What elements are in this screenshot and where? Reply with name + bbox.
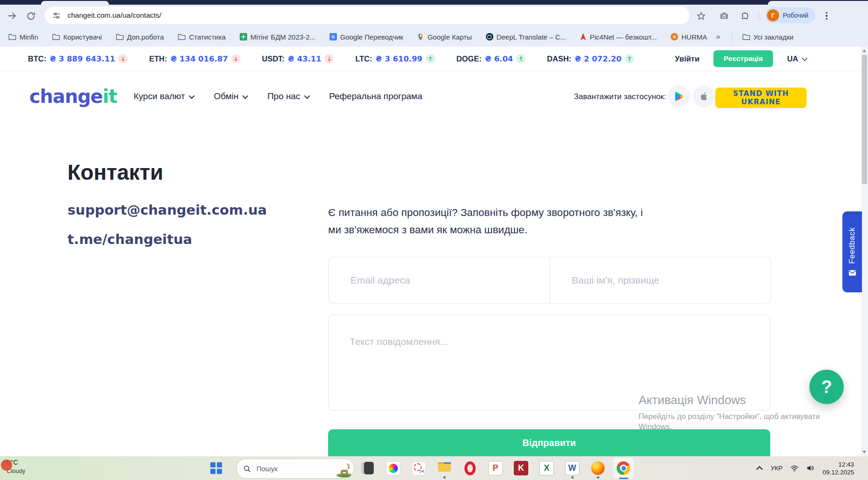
taskbar-weather-widget[interactable]: 6°C Cloudy — [7, 458, 25, 474]
google-play-button[interactable] — [668, 85, 690, 108]
ticker-item-btc[interactable]: BTC: ₴ 3 889 643.11 — [28, 54, 128, 63]
taskbar-icon-powerpoint[interactable]: P — [483, 456, 508, 480]
browser-menu-button[interactable] — [820, 9, 833, 22]
taskbar-icon-excel[interactable]: X — [534, 456, 559, 480]
star-icon — [696, 11, 706, 21]
deepl-icon — [486, 33, 493, 41]
taskbar-icon-red-app[interactable]: K — [508, 456, 534, 480]
message-textarea[interactable] — [328, 315, 770, 411]
weather-icon — [1, 460, 12, 471]
browser-tab-active[interactable] — [768, 1, 868, 5]
bookmarks-overflow-button[interactable]: » — [716, 32, 720, 41]
feedback-label: Feedback — [848, 227, 857, 264]
taskbar-icon-file-explorer[interactable] — [431, 456, 457, 480]
bookmark-hurma[interactable]: ✕ HURMA — [671, 33, 707, 41]
bookmark-google-translate[interactable]: G Google Переводчик — [330, 33, 404, 41]
bookmark-label: Доп.робота — [127, 33, 164, 41]
taskbar-icon-chrome-active[interactable] — [611, 456, 636, 480]
stand-with-ukraine-button[interactable]: STAND WITH UKRAINE — [715, 88, 807, 108]
nav-item-exchange[interactable]: Обмін — [214, 91, 247, 101]
site-info-icon[interactable] — [52, 11, 61, 20]
taskbar-icon-opera[interactable] — [457, 456, 483, 480]
profile-chip[interactable]: Г Робочий — [765, 7, 815, 23]
bookmark-label: Pic4Net — безкошт... — [590, 33, 657, 41]
bookmark-deepl[interactable]: DeepL Translate – C... — [486, 33, 566, 41]
folder-icon — [116, 34, 124, 41]
browser-tab[interactable] — [41, 1, 109, 5]
taskbar-search-box[interactable]: Пошук — [236, 459, 354, 479]
intro-line-2: ми зв'яжемося з вами як можна швидше. — [328, 221, 643, 238]
all-bookmarks-button[interactable]: Усі закладки — [742, 33, 794, 41]
url-text[interactable]: changeit.com.ua/ua/contacts/ — [67, 11, 161, 20]
profile-name: Робочий — [783, 12, 808, 19]
bookmarks-bar: Minfin Користувачі Доп.робота Статистика… — [0, 27, 868, 47]
taskbar-icon-adobe-creative-cloud[interactable] — [380, 456, 406, 480]
language-code: UA — [787, 54, 798, 63]
ticker-label: BTC: — [28, 54, 46, 63]
address-bar[interactable]: changeit.com.ua/ua/contacts/ — [45, 7, 690, 24]
scroll-up-arrow-icon[interactable] — [862, 49, 866, 52]
ticker-item-dash[interactable]: DASH: ₴ 2 072.20 — [547, 54, 634, 63]
folder-icon — [178, 34, 186, 41]
login-link[interactable]: Увійти — [675, 54, 700, 63]
email-input[interactable] — [350, 274, 536, 286]
bookmark-star-button[interactable] — [693, 8, 708, 23]
start-button[interactable] — [210, 462, 222, 474]
bookmark-extra-work[interactable]: Доп.робота — [116, 33, 164, 41]
contact-form-row — [328, 257, 771, 304]
site-logo[interactable]: changeit — [29, 86, 117, 107]
bookmark-meeting-sheet[interactable]: Мітінг БДМ 2023-2... — [240, 33, 316, 41]
taskbar-icon-firefox[interactable] — [585, 456, 611, 480]
wifi-icon[interactable] — [790, 465, 799, 472]
ticker-item-ltc[interactable]: LTC: ₴ 3 610.99 — [355, 54, 435, 63]
taskbar-icon-word[interactable]: W — [559, 456, 585, 480]
nav-item-about[interactable]: Про нас — [267, 91, 309, 101]
toolbar-divider — [759, 11, 759, 21]
ticker-value: ₴ 3 889 643.11 — [49, 54, 115, 63]
name-input[interactable] — [571, 274, 757, 286]
search-icon — [243, 465, 251, 473]
help-button[interactable]: ? — [809, 370, 844, 404]
search-placeholder: Пошук — [256, 465, 328, 473]
running-indicator-dot — [597, 476, 599, 479]
ticker-label: USDT: — [262, 54, 285, 63]
ticker-item-usdt[interactable]: USDT: ₴ 43.11 — [262, 54, 334, 63]
taskbar-icon-snipping-tool[interactable] — [406, 456, 431, 480]
language-switcher[interactable]: UA — [787, 54, 806, 63]
keyboard-language-indicator[interactable]: УКР — [771, 465, 782, 472]
forward-button[interactable] — [5, 8, 20, 23]
nav-item-exchange-rates[interactable]: Курси валют — [134, 91, 193, 101]
screenshot-camera-button[interactable] — [717, 8, 732, 23]
ticker-item-eth[interactable]: ETH: ₴ 134 016.87 — [149, 54, 240, 63]
extensions-button[interactable] — [737, 8, 752, 23]
scroll-down-arrow-icon[interactable] — [862, 451, 866, 453]
nav-label: Обмін — [214, 91, 238, 101]
bookmark-label: Minfin — [20, 33, 38, 41]
bookmark-google-maps[interactable]: Google Карты — [417, 33, 471, 41]
taskbar-icon-dark-app[interactable] — [355, 456, 380, 480]
ticker-item-doge[interactable]: DOGE: ₴ 6.04 — [457, 54, 526, 63]
site-header: changeit Курси валют Обмін Про нас Рефер… — [0, 71, 861, 122]
nav-item-referral[interactable]: Реферальна програма — [329, 91, 422, 101]
volume-icon[interactable] — [807, 465, 814, 472]
telegram-link[interactable]: t.me/changeitua — [67, 231, 192, 247]
taskbar-clock[interactable]: 12:43 09.12.2025 — [822, 460, 854, 476]
google-maps-icon — [417, 33, 424, 41]
scrollbar-thumb[interactable] — [862, 55, 867, 184]
hidden-icons-chevron[interactable] — [756, 466, 763, 473]
bookmark-minfin[interactable]: Minfin — [8, 33, 38, 41]
chevron-down-icon — [802, 55, 808, 61]
support-email-link[interactable]: support@changeit.com.ua — [67, 202, 267, 218]
clock-date: 09.12.2025 — [822, 468, 854, 476]
register-button[interactable]: Реєстрація — [713, 50, 773, 67]
crypto-ticker-bar: BTC: ₴ 3 889 643.11 ETH: ₴ 134 016.87 US… — [0, 47, 861, 71]
reload-button[interactable] — [23, 8, 38, 23]
bookmark-users[interactable]: Користувачі — [52, 33, 102, 41]
page-scrollbar[interactable] — [861, 47, 868, 456]
app-store-button[interactable] — [693, 85, 715, 108]
feedback-tab[interactable]: Feedback — [842, 211, 862, 292]
bookmark-pic4net[interactable]: Pic4Net — безкошт... — [580, 33, 657, 41]
bookmark-statistics[interactable]: Статистика — [178, 33, 226, 41]
intro-line-1: Є питання або пропозиції? Заповніть форм… — [328, 204, 643, 221]
bookmark-label: Мітінг БДМ 2023-2... — [250, 33, 316, 41]
